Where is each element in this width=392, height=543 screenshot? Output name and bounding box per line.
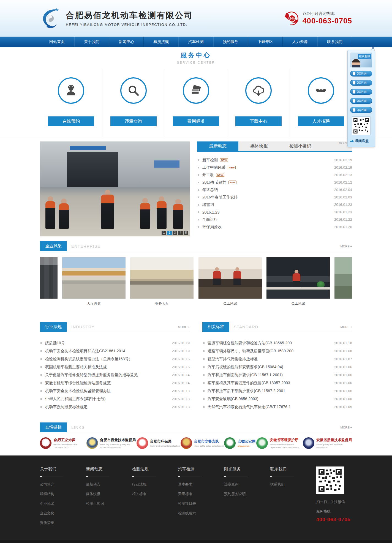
slideshow-page-3[interactable]: 3 xyxy=(173,231,177,235)
news-slideshow-photo[interactable]: 1 2 3 4 5 xyxy=(40,141,190,236)
carousel-item[interactable]: 业务大厅 xyxy=(130,257,194,306)
service-center-title: 服务中心 xyxy=(0,51,392,59)
carousel-item[interactable]: 员工风采 xyxy=(266,257,330,306)
footer-link[interactable]: 基本要求 xyxy=(178,482,224,487)
recruitment-button[interactable]: 人才招聘 xyxy=(298,116,344,126)
law-title[interactable]: 汽车和挂车侧面防护要求(GB 11567.1-2001) xyxy=(208,373,283,378)
news-title[interactable]: 2016春节致辞 xyxy=(202,180,226,185)
fee-standard-button[interactable]: 费用标准 xyxy=(173,116,219,126)
partner-hefei-quality-bureau[interactable]: 合肥市质量技术监督局Hefei city bureau of quality a… xyxy=(86,437,136,449)
standard-more-link[interactable]: MORE + xyxy=(341,325,352,329)
news-title[interactable]: 开工啦 xyxy=(202,173,214,178)
footer-link[interactable]: 公司简介 xyxy=(40,482,86,487)
news-title[interactable]: 工作中的风采 xyxy=(202,165,225,170)
qq-chat-button[interactable]: QQ咨询 xyxy=(350,98,372,104)
service-fee-standard: 费用标准 xyxy=(165,69,227,137)
footer-link[interactable]: 相关标准 xyxy=(132,492,178,496)
footer-link[interactable]: 费用标准 xyxy=(178,492,224,496)
news-title[interactable]: 2016.1.23 xyxy=(202,210,219,214)
partner-name-en: Environmental Protection Department of A… xyxy=(270,443,302,449)
nav-item-news[interactable]: 新闻中心 xyxy=(109,37,144,47)
law-title[interactable]: 汽车后视镜的性能和安装要求(GB 15084-94) xyxy=(208,365,283,370)
bullet-icon xyxy=(203,350,205,352)
nav-item-regulations[interactable]: 检测法规 xyxy=(144,37,178,47)
law-title[interactable]: 机动车安全技术检验项目和方法GB21861-2014 xyxy=(45,349,125,354)
law-title[interactable]: 关于促进汽车维修业转型升级提升服务质量的指导意见 xyxy=(45,373,138,378)
news-title[interactable]: 新车检测 xyxy=(202,158,218,163)
industry-more-link[interactable]: MORE + xyxy=(178,325,190,329)
carousel-photo-partial[interactable] xyxy=(40,257,58,299)
law-title[interactable]: 营运车辆综合性能要求和检验方法(GB 18565-200 xyxy=(208,341,292,346)
news-title[interactable]: 年终总结 xyxy=(202,187,218,192)
qq-chat-button[interactable]: QQ咨询 xyxy=(350,80,372,86)
law-title[interactable]: 道路车辆外廓尺寸、轴荷及质量限值(GB 1589-200 xyxy=(208,349,293,354)
law-title[interactable]: 我国机动车检测主要相关标准及法规 xyxy=(45,365,107,370)
law-title[interactable]: 机动车强制报废标准规定 xyxy=(45,405,88,410)
carousel-item[interactable]: 大厅外景 xyxy=(62,257,126,306)
law-title[interactable]: 检验检测机构资质认定管理办法（总局令第163号） xyxy=(45,357,132,362)
footer-link[interactable]: 企业风采 xyxy=(40,501,86,506)
qq-chat-button[interactable]: QQ咨询 xyxy=(350,107,372,113)
tab-media-express[interactable]: 媒体快报 xyxy=(238,141,280,151)
partner-anhui-quality-bureau[interactable]: 安徽省质量技术监督局Anhui quality and technical su… xyxy=(303,437,352,449)
news-title[interactable]: 瑞雪到 xyxy=(202,202,214,207)
tab-inspection-tips[interactable]: 检测小常识 xyxy=(280,141,321,151)
partner-traffic-police[interactable]: 合肥市交警支队Hefei traffic police detachment xyxy=(181,437,224,449)
nav-item-inspection[interactable]: 汽车检测 xyxy=(178,37,213,47)
partner-anhui-police-net[interactable]: 安徽公安网ahga.gov.cn xyxy=(224,437,255,449)
law-title[interactable]: 轻型汽车排气污染物排放标准 xyxy=(208,357,258,362)
nav-item-home[interactable]: 网站首页 xyxy=(40,37,74,47)
footer-link[interactable]: 行业法规 xyxy=(132,482,178,487)
university-seal-icon xyxy=(40,437,51,449)
nav-item-booking[interactable]: 预约服务 xyxy=(213,37,248,47)
qq-chat-button[interactable]: QQ咨询 xyxy=(350,71,372,77)
enterprise-more-link[interactable]: MORE + xyxy=(341,245,352,248)
slideshow-page-2[interactable]: 2 xyxy=(167,231,172,235)
slideshow-page-5[interactable]: 5 xyxy=(184,231,188,235)
partner-hfut[interactable]: 合肥工业大学HEFEI UNIVERSITY OF TECHNOLOGY xyxy=(40,437,86,449)
bullet-icon xyxy=(203,358,205,360)
law-title[interactable]: 中华人民共和国主席令(第四十七号) xyxy=(45,397,105,402)
nav-item-contact[interactable]: 联系我们 xyxy=(317,37,352,47)
slideshow-page-4[interactable]: 4 xyxy=(178,231,183,235)
partner-hefei-epa[interactable]: 合肥市环保局Hefei environmental protection xyxy=(137,437,180,449)
footer-link[interactable]: 组织结构 xyxy=(40,492,86,496)
company-logo[interactable]: 合肥易佰龙机动车检测有限公司 HEFEI YIBAILONG MOTOR VEH… xyxy=(40,7,193,30)
footer-link[interactable]: 检测线展示 xyxy=(178,511,224,516)
online-booking-button[interactable]: 在线预约 xyxy=(48,116,94,126)
close-icon[interactable] xyxy=(371,46,375,49)
news-title[interactable]: 2016年春节工作安排 xyxy=(202,195,238,200)
law-title[interactable]: 汽车安全玻璃(GB 9656-2003) xyxy=(208,397,258,402)
footer-link[interactable]: 违章查询 xyxy=(224,482,270,487)
links-more-link[interactable]: MORE + xyxy=(341,426,352,429)
footer-link[interactable]: 联系我们 xyxy=(270,482,316,487)
footer-link[interactable]: 检测小常识 xyxy=(86,501,132,506)
law-title[interactable]: 客车座椅及其车辆固定件的强度(GB 13057-2003 xyxy=(208,381,290,386)
customer-service-link[interactable]: 我是客服 xyxy=(350,139,372,143)
footer-link[interactable]: 媒体快报 xyxy=(86,492,132,496)
nav-item-about[interactable]: 关于我们 xyxy=(74,37,109,47)
news-title[interactable]: 全面运行 xyxy=(202,217,218,222)
law-title[interactable]: 皖质函10号 xyxy=(45,341,65,346)
tab-latest-news[interactable]: 最新动态 xyxy=(197,141,238,151)
carousel-photo-partial[interactable] xyxy=(334,257,352,299)
law-title[interactable]: 机动车安全技术检验机构监督管理办法 xyxy=(45,389,111,394)
carousel-item[interactable]: 员工风采 xyxy=(198,257,262,306)
footer-link[interactable]: 资质荣誉 xyxy=(40,520,86,525)
news-title[interactable]: 环保局验收 xyxy=(202,225,222,230)
qq-chat-button[interactable]: QQ咨询 xyxy=(350,89,372,95)
slideshow-page-1[interactable]: 1 xyxy=(162,231,166,235)
law-title[interactable]: 汽车和挂车后下部防护要求(GB 11567.2-2001 xyxy=(208,389,285,394)
law-title[interactable]: 安徽省机动车综合性能检测站服务规范 xyxy=(45,381,111,386)
footer-link[interactable]: 检测项目表 xyxy=(178,501,224,506)
list-item: 天然气汽车和液化石油气汽车标志(GB/T 17676-12016.01.05 xyxy=(202,403,352,411)
footer-link[interactable]: 最新动态 xyxy=(86,482,132,487)
violation-query-button[interactable]: 违章查询 xyxy=(110,116,157,126)
law-title[interactable]: 天然气汽车和液化石油气汽车标志(GB/T 17676-1 xyxy=(208,405,291,410)
partner-anhui-epd[interactable]: 安徽省环境保护厅Environmental Protection Departm… xyxy=(256,437,302,449)
footer-link[interactable]: 预约服务说明 xyxy=(224,492,270,496)
nav-item-downloads[interactable]: 下载专区 xyxy=(248,37,283,47)
footer-link[interactable]: 企业文化 xyxy=(40,511,86,516)
download-center-button[interactable]: 下载中心 xyxy=(235,116,282,126)
nav-item-hr[interactable]: 人力资源 xyxy=(283,37,317,47)
